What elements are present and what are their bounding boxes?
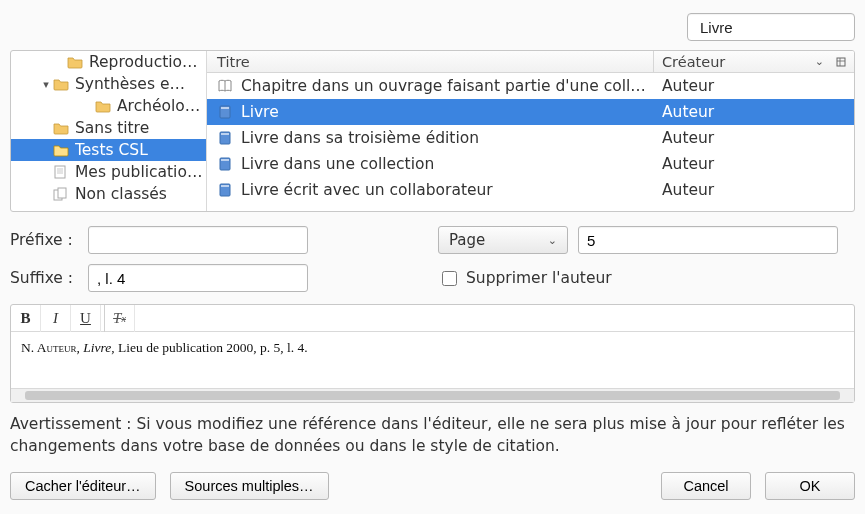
preview-title: Livre <box>83 340 111 355</box>
svg-rect-14 <box>221 185 229 187</box>
editor-warning: Avertissement : Si vous modifiez une réf… <box>10 413 855 458</box>
citation-editor[interactable]: N. Auteur, Livre, Lieu de publication 20… <box>11 332 854 388</box>
locator-value-input[interactable] <box>578 226 838 254</box>
preview-author: N. Auteur <box>21 340 77 355</box>
suffix-label: Suffixe : <box>10 269 88 287</box>
items-list[interactable]: Titre Créateur ⌄ Chapitre dans un ouvrag… <box>207 51 854 211</box>
column-creator[interactable]: Créateur ⌄ <box>654 51 854 72</box>
prefix-input[interactable] <box>88 226 308 254</box>
collections-tree[interactable]: Reproductio…▾Synthèses e…Archéolo…Sans t… <box>11 51 207 211</box>
svg-rect-10 <box>221 133 229 135</box>
clear-formatting-button[interactable]: Tx <box>105 305 135 332</box>
column-title[interactable]: Titre <box>207 51 654 72</box>
items-header: Titre Créateur ⌄ <box>207 51 854 73</box>
tree-item[interactable]: Archéolo… <box>11 95 206 117</box>
chevron-down-icon: ⌄ <box>548 234 557 247</box>
search-input[interactable] <box>700 19 865 36</box>
bold-button[interactable]: B <box>11 305 41 332</box>
tree-item[interactable]: Mes publicatio… <box>11 161 206 183</box>
svg-rect-8 <box>221 107 229 109</box>
item-row[interactable]: Livre dans sa troisième éditionAuteur <box>207 125 854 151</box>
item-row[interactable]: Chapitre dans un ouvrage faisant partie … <box>207 73 854 99</box>
svg-rect-2 <box>55 166 65 178</box>
tree-item[interactable]: Non classés <box>11 183 206 205</box>
preview-rest: , Lieu de publication 2000, p. 5, l. 4. <box>111 340 307 355</box>
search-field[interactable] <box>687 13 855 41</box>
svg-rect-5 <box>837 58 845 66</box>
underline-button[interactable]: U <box>71 305 101 332</box>
item-row[interactable]: Livre dans une collectionAuteur <box>207 151 854 177</box>
prefix-label: Préfixe : <box>10 231 88 249</box>
locator-type-select[interactable]: Page ⌄ <box>438 226 568 254</box>
italic-button[interactable]: I <box>41 305 71 332</box>
tree-item[interactable]: ▾Synthèses e… <box>11 73 206 95</box>
suppress-author-checkbox[interactable] <box>442 271 457 286</box>
horizontal-scrollbar[interactable] <box>11 388 854 402</box>
suffix-input[interactable] <box>88 264 308 292</box>
tree-item[interactable]: Tests CSL <box>11 139 206 161</box>
tree-item[interactable]: Reproductio… <box>11 51 206 73</box>
ok-button[interactable]: OK <box>765 472 855 500</box>
sort-indicator-icon: ⌄ <box>815 55 824 68</box>
svg-rect-12 <box>221 159 229 161</box>
tree-item[interactable]: Sans titre <box>11 117 206 139</box>
item-row[interactable]: LivreAuteur <box>207 99 854 125</box>
column-menu-icon[interactable] <box>836 57 846 67</box>
item-row[interactable]: Livre écrit avec un collaborateurAuteur <box>207 177 854 203</box>
hide-editor-button[interactable]: Cacher l'éditeur… <box>10 472 156 500</box>
svg-rect-4 <box>58 188 66 198</box>
editor-toolbar: B I U Tx <box>11 305 854 332</box>
cancel-button[interactable]: Cancel <box>661 472 751 500</box>
multiple-sources-button[interactable]: Sources multiples… <box>170 472 329 500</box>
suppress-author-label: Supprimer l'auteur <box>466 269 612 287</box>
